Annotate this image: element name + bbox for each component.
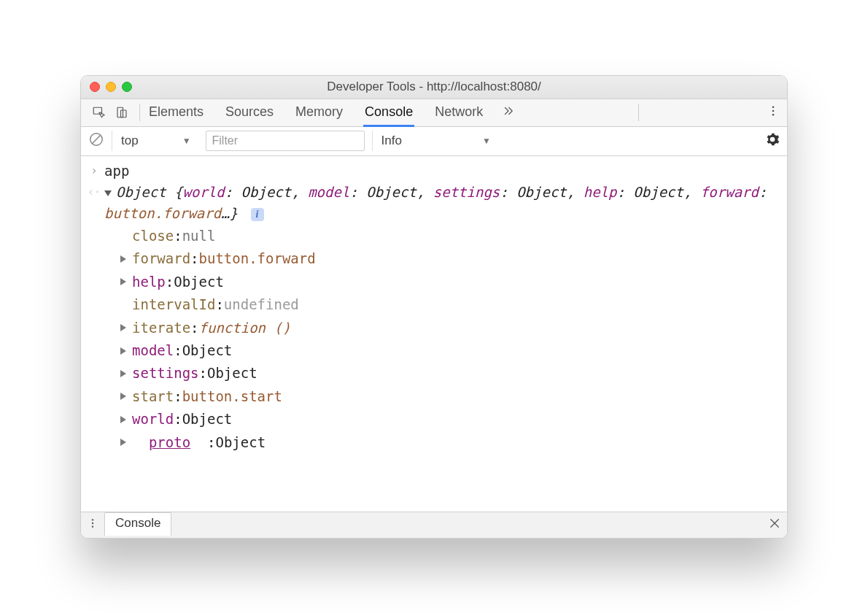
tab-memory[interactable]: Memory (294, 100, 344, 126)
separator (638, 104, 639, 121)
property-value: button.start (182, 386, 282, 407)
log-level-value: Info (381, 134, 402, 148)
property-key: close (132, 225, 174, 247)
settings-menu-icon[interactable] (767, 104, 780, 120)
devtools-window: Developer Tools - http://localhost:8080/… (80, 75, 788, 539)
console-toolbar: top ▼ Info ▼ (81, 127, 787, 156)
property-key: help (132, 271, 166, 293)
property-value: Object (215, 432, 266, 453)
panel-tabs: ElementsSourcesMemoryConsoleNetwork (81, 99, 787, 127)
property-key: start (132, 386, 174, 407)
tab-sources[interactable]: Sources (224, 100, 275, 126)
object-summary[interactable]: Object {world: Object, model: Object, se… (104, 182, 784, 225)
window-title: Developer Tools - http://localhost:8080/ (81, 80, 787, 94)
info-badge-icon[interactable]: i (251, 208, 264, 221)
property-row[interactable]: forward: button.forward (119, 247, 784, 270)
tab-elements[interactable]: Elements (147, 100, 205, 126)
output-chevron-icon: ‹· (84, 182, 104, 201)
drawer-bar: Console (81, 512, 787, 538)
svg-rect-1 (117, 107, 123, 117)
console-body: › app ‹· Object {world: Object, model: O… (81, 156, 787, 512)
expand-icon[interactable] (119, 271, 132, 293)
inspect-element-icon[interactable] (88, 102, 109, 123)
property-row[interactable]: intervalId: undefined (119, 293, 784, 316)
svg-line-7 (93, 136, 101, 144)
console-settings-icon[interactable] (765, 132, 780, 150)
clear-console-icon[interactable] (88, 131, 104, 150)
tab-console[interactable]: Console (363, 100, 414, 127)
property-value: Object (182, 409, 233, 430)
property-value: Object (207, 363, 257, 384)
svg-point-8 (92, 519, 93, 520)
tab-network[interactable]: Network (433, 100, 484, 126)
title-bar: Developer Tools - http://localhost:8080/ (81, 76, 787, 99)
chevron-down-icon: ▼ (482, 136, 491, 146)
context-value: top (121, 134, 139, 148)
property-row[interactable]: __proto__: Object (119, 431, 784, 454)
property-value: Object (174, 271, 224, 293)
property-key: world (132, 409, 174, 430)
device-toolbar-icon[interactable] (112, 102, 132, 123)
input-chevron-icon: › (84, 161, 104, 180)
property-row[interactable]: settings: Object (119, 362, 784, 385)
property-key: forward (132, 248, 190, 269)
property-row[interactable]: iterate: function () (119, 317, 784, 339)
drawer-menu-icon[interactable] (87, 517, 98, 532)
context-selector[interactable]: top ▼ (112, 131, 198, 151)
svg-point-3 (772, 106, 775, 108)
svg-point-10 (92, 525, 93, 527)
property-key: model (132, 340, 174, 361)
property-value: function () (199, 317, 291, 339)
expand-icon[interactable] (119, 317, 132, 339)
property-value: null (182, 225, 216, 247)
separator (139, 104, 140, 121)
property-key: __proto__ (132, 432, 207, 453)
property-value: Object (182, 340, 233, 361)
drawer-tab-console[interactable]: Console (104, 512, 171, 536)
property-row[interactable]: close: null (119, 225, 784, 247)
svg-point-9 (92, 523, 93, 524)
log-level-selector[interactable]: Info ▼ (372, 131, 498, 151)
svg-point-4 (772, 110, 775, 112)
expand-toggle-icon[interactable] (104, 190, 112, 196)
expand-icon[interactable] (119, 386, 132, 407)
expand-icon[interactable] (119, 432, 132, 453)
property-value: button.forward (199, 248, 316, 269)
property-value: undefined (224, 294, 299, 315)
expand-icon[interactable] (119, 363, 132, 384)
expand-icon[interactable] (119, 340, 132, 361)
object-properties: close: nullforward: button.forwardhelp: … (84, 225, 784, 454)
console-input-row[interactable]: › app (84, 161, 784, 182)
property-key: iterate (132, 317, 190, 339)
property-row[interactable]: world: Object (119, 408, 784, 431)
console-output-row[interactable]: ‹· Object {world: Object, model: Object,… (84, 182, 784, 225)
close-drawer-icon[interactable] (768, 517, 781, 533)
property-key: intervalId (132, 294, 215, 315)
property-key: settings (132, 363, 199, 384)
svg-point-5 (772, 114, 775, 116)
filter-input[interactable] (206, 131, 365, 151)
console-input-text: app (104, 161, 784, 182)
property-row[interactable]: start: button.start (119, 385, 784, 408)
more-tabs-icon[interactable] (502, 104, 515, 121)
property-row[interactable]: help: Object (119, 271, 784, 293)
expand-icon[interactable] (119, 248, 132, 269)
chevron-down-icon: ▼ (182, 136, 191, 146)
property-row[interactable]: model: Object (119, 339, 784, 362)
svg-rect-2 (121, 110, 127, 117)
expand-icon[interactable] (119, 409, 132, 430)
